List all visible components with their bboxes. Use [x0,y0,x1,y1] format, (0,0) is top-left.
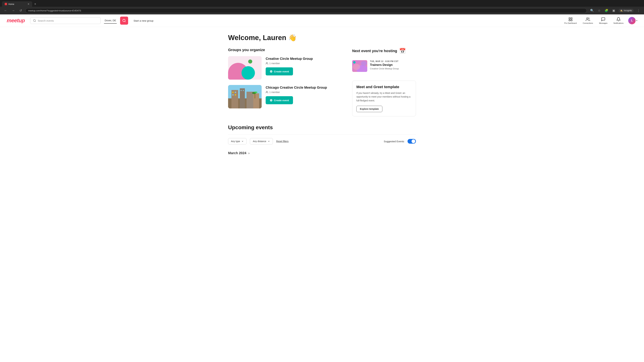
pro-dashboard-nav-item[interactable]: Pro Dashboard [563,16,578,25]
incognito-badge: 🕵️ Incognito [618,9,634,12]
group-card: Chicago Creative Circle Meetup Group 1 m… [228,85,342,108]
forward-button[interactable]: → [10,8,16,13]
upcoming-events-title: Upcoming events [228,124,416,131]
user-avatar-menu[interactable]: L ▾ [628,17,637,24]
svg-rect-16 [235,92,236,93]
group-name: Chicago Creative Circle Meetup Group [266,86,342,89]
svg-point-1 [33,19,36,21]
messages-nav-item[interactable]: Messages [598,16,609,25]
meetup-logo[interactable]: meetup [7,16,25,25]
explore-template-button[interactable]: Explore template [356,106,382,112]
filters-row: Any type Any distance Reset filters Sugg… [228,135,416,148]
any-type-label: Any type [231,140,240,143]
create-event-label: Create event [274,99,289,102]
plus-icon: ⊕ [270,98,272,102]
chevron-down-icon: ▾ [636,19,637,22]
back-button[interactable]: ← [3,8,8,13]
create-event-button[interactable]: ⊕ Create event [266,96,293,104]
chevron-down-icon [268,140,270,142]
svg-rect-15 [232,92,234,93]
new-tab-button[interactable]: + [33,1,38,7]
location-selector[interactable]: Dover, DE [104,17,117,24]
any-distance-filter[interactable]: Any distance [250,138,273,144]
next-event-card[interactable]: TUE, MAR 12 · 8:00 PM CST Trainers Desig… [352,57,416,75]
any-type-filter[interactable]: Any type [228,138,246,144]
pro-dashboard-icon [568,17,573,21]
meet-greet-card: Meet and Greet template If you haven't a… [352,81,416,116]
create-event-button[interactable]: ⊕ Create event [266,67,293,75]
url-text: meetup.com/home/?suggested=true&source=E… [28,9,81,12]
svg-point-28 [361,61,367,66]
notifications-nav-item[interactable]: Notifications [612,16,625,25]
reload-button[interactable]: ↺ [18,8,23,13]
members-count: 1 member [269,62,280,65]
month-text: March 2024 [228,151,246,155]
any-distance-label: Any distance [253,140,266,143]
svg-text:meetup: meetup [7,17,25,23]
messages-icon [601,17,606,21]
calendar-icon: 📅 [399,48,406,54]
incognito-label: Incognito [624,9,632,12]
members-icon [266,62,268,65]
bookmark-button[interactable]: ☆ [596,8,602,13]
group-members: 1 member [266,91,342,93]
month-header: March 2024 › [228,151,416,156]
group-members: 1 member [266,62,342,65]
connections-nav-item[interactable]: Connections [582,16,594,25]
upcoming-events-section: Upcoming events Any type Any distance Re… [228,124,416,156]
toggle-check-icon: ✓ [412,140,414,142]
svg-point-2 [123,19,125,22]
event-status-dot [353,61,356,63]
svg-point-24 [266,91,267,92]
tab-favicon [5,3,7,5]
svg-rect-19 [241,90,242,91]
plus-icon: ⊕ [270,69,272,73]
svg-rect-3 [569,17,570,19]
search-submit-button[interactable] [120,16,128,25]
pro-dashboard-label: Pro Dashboard [564,22,577,24]
group-name: Creative Circle Meetup Group [266,57,342,61]
svg-rect-5 [569,19,570,21]
group-card: Creative Circle Meetup Group 1 member ⊕ … [228,56,342,80]
event-name: Trainers Design [370,63,416,67]
abstract-dot-green [248,59,252,63]
meet-greet-description: If you haven't already, try a Meet and G… [356,91,412,102]
search-browser-button[interactable]: 🔍 [589,8,595,13]
suggested-events-toggle[interactable]: ✓ [408,139,416,144]
month-next-arrow[interactable]: › [248,151,250,155]
wave-emoji: 👋 [288,34,297,42]
svg-rect-12 [240,88,245,108]
suggested-events-label: Suggested Events [384,140,404,143]
svg-point-23 [254,91,258,93]
svg-rect-14 [253,93,259,108]
start-group-button[interactable]: Start a new group [132,17,155,24]
address-bar[interactable]: meetup.com/home/?suggested=true&source=E… [25,8,587,13]
tab-title: Home [8,3,14,5]
groups-section-title: Groups you organize [228,48,342,52]
location-text: Dover, DE [105,19,116,22]
tab-close-button[interactable]: ✕ [28,3,30,5]
menu-button[interactable]: ⋮ [636,8,641,13]
reset-filters-button[interactable]: Reset filters [276,140,289,143]
messages-label: Messages [599,22,608,24]
search-placeholder: Search events [38,19,54,22]
toggle-switch[interactable]: ✓ [408,139,416,144]
welcome-text: Welcome, Lauren [228,34,286,42]
svg-point-8 [266,62,267,63]
svg-rect-17 [232,94,234,95]
abstract-blob-teal [242,66,255,80]
connections-label: Connections [583,22,593,24]
notifications-icon [616,17,621,21]
svg-rect-4 [571,17,572,19]
extensions-button[interactable]: 🧩 [603,8,610,13]
search-bar[interactable]: Search events [30,17,100,24]
event-date: TUE, MAR 12 · 8:00 PM CST [370,60,416,62]
sidebar-button[interactable]: ▣ [611,8,616,13]
next-event-title: Next event you're hosting [352,49,397,53]
group-image-chicago [228,85,262,108]
event-group: Creative Circle Meetup Group [370,67,416,70]
main-nav: meetup Search events Dover, DE Start a n… [0,14,644,27]
search-icon [33,19,36,22]
meet-greet-title: Meet and Greet template [356,85,412,89]
active-tab[interactable]: Home ✕ [2,1,32,7]
